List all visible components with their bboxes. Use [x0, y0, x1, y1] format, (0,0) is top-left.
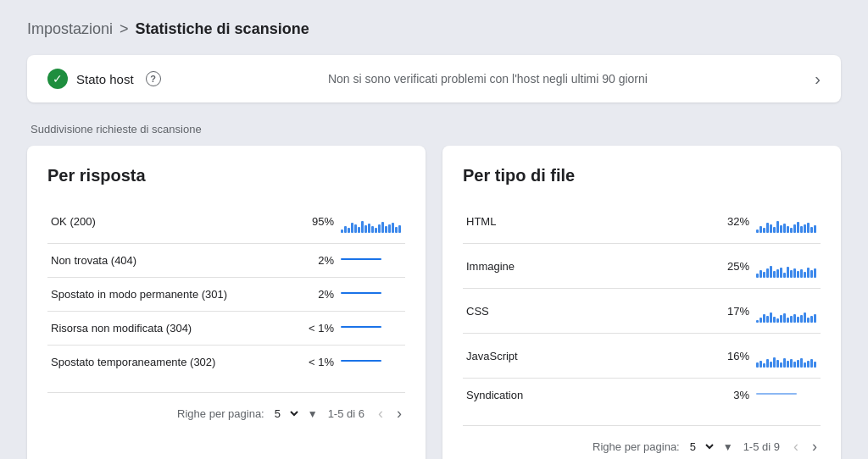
row-percent: 17%	[710, 289, 753, 334]
row-chart	[753, 379, 821, 412]
row-chart	[753, 289, 821, 334]
card-filetype-title: Per tipo di file	[463, 166, 821, 185]
chevron-down-icon-2: ▼	[723, 441, 733, 453]
table-row: Syndication 3%	[463, 379, 821, 412]
row-chart	[337, 199, 405, 244]
breadcrumb-separator: >	[120, 20, 129, 38]
check-icon: ✓	[47, 69, 68, 89]
row-percent: 95%	[295, 199, 337, 244]
row-chart	[337, 278, 405, 312]
row-percent: 32%	[710, 199, 753, 244]
row-label: Syndication	[463, 379, 710, 412]
response-prev-button[interactable]: ‹	[375, 403, 387, 424]
row-label: Non trovata (404)	[47, 244, 295, 278]
table-row: Spostato in modo permanente (301) 2%	[47, 278, 405, 312]
table-row: Risorsa non modificata (304) < 1%	[47, 312, 405, 346]
help-icon[interactable]: ?	[146, 71, 161, 86]
section-heading: Suddivisione richieste di scansione	[31, 123, 841, 135]
response-rows-select[interactable]: 5 10 25	[271, 406, 301, 421]
response-range: 1-5 di 6	[328, 407, 364, 420]
row-label: CSS	[463, 289, 710, 334]
row-chart	[337, 346, 405, 379]
chevron-right-icon[interactable]: ›	[815, 69, 821, 89]
row-percent: 16%	[710, 334, 753, 379]
breadcrumb-parent[interactable]: Impostazioni	[27, 20, 113, 38]
table-row: JavaScript 16%	[463, 334, 821, 379]
row-percent: 2%	[295, 244, 337, 278]
filetype-rows-label: Righe per pagina:	[593, 440, 680, 453]
table-row: Spostato temporaneamente (302) < 1%	[47, 346, 405, 379]
card-response-title: Per risposta	[47, 166, 405, 185]
table-row: CSS 17%	[463, 289, 821, 334]
stato-host-label: Stato host	[76, 72, 134, 86]
row-label: Risorsa non modificata (304)	[47, 312, 295, 346]
response-next-button[interactable]: ›	[393, 403, 405, 424]
card-response: Per risposta OK (200) 95% Non trovata (4…	[27, 146, 426, 459]
host-status-left: ✓ Stato host ?	[47, 69, 161, 89]
table-row: OK (200) 95%	[47, 199, 405, 244]
row-label: HTML	[463, 199, 710, 244]
host-status-banner: ✓ Stato host ? Non si sono verificati pr…	[27, 55, 841, 102]
row-percent: 25%	[710, 244, 753, 289]
filetype-pagination: Righe per pagina: 5 10 25 ▼ 1-5 di 9 ‹ ›	[463, 425, 821, 457]
host-status-message: Non si sono verificati problemi con l'ho…	[328, 72, 648, 86]
table-row: HTML 32%	[463, 199, 821, 244]
filetype-rows-select[interactable]: 5 10 25	[687, 440, 716, 454]
filetype-range: 1-5 di 9	[743, 440, 780, 453]
filetype-next-button[interactable]: ›	[809, 436, 821, 457]
cards-row: Per risposta OK (200) 95% Non trovata (4…	[27, 146, 841, 459]
row-label: Immagine	[463, 244, 710, 289]
response-pagination: Righe per pagina: 5 10 25 ▼ 1-5 di 6 ‹ ›	[47, 392, 405, 424]
row-chart	[337, 312, 405, 346]
response-rows-label: Righe per pagina:	[177, 407, 264, 420]
row-percent: 2%	[295, 278, 337, 312]
row-chart	[337, 244, 405, 278]
chevron-down-icon: ▼	[308, 408, 318, 420]
row-label: Spostato in modo permanente (301)	[47, 278, 295, 312]
row-label: Spostato temporaneamente (302)	[47, 346, 295, 379]
page-title: Statistiche di scansione	[136, 20, 309, 38]
row-chart	[753, 244, 821, 289]
row-percent: < 1%	[295, 346, 337, 379]
breadcrumb: Impostazioni > Statistiche di scansione	[27, 20, 841, 38]
row-chart	[753, 334, 821, 379]
card-filetype: Per tipo di file HTML 32% Immagine 25% C…	[442, 146, 841, 459]
response-table: OK (200) 95% Non trovata (404) 2% Sposta…	[47, 199, 405, 379]
table-row: Immagine 25%	[463, 244, 821, 289]
filetype-prev-button[interactable]: ‹	[790, 436, 802, 457]
row-label: JavaScript	[463, 334, 710, 379]
row-chart	[753, 199, 821, 244]
table-row: Non trovata (404) 2%	[47, 244, 405, 278]
row-percent: 3%	[710, 379, 753, 412]
row-percent: < 1%	[295, 312, 337, 346]
filetype-table: HTML 32% Immagine 25% CSS 17% JavaScript…	[463, 199, 821, 412]
row-label: OK (200)	[47, 199, 295, 244]
